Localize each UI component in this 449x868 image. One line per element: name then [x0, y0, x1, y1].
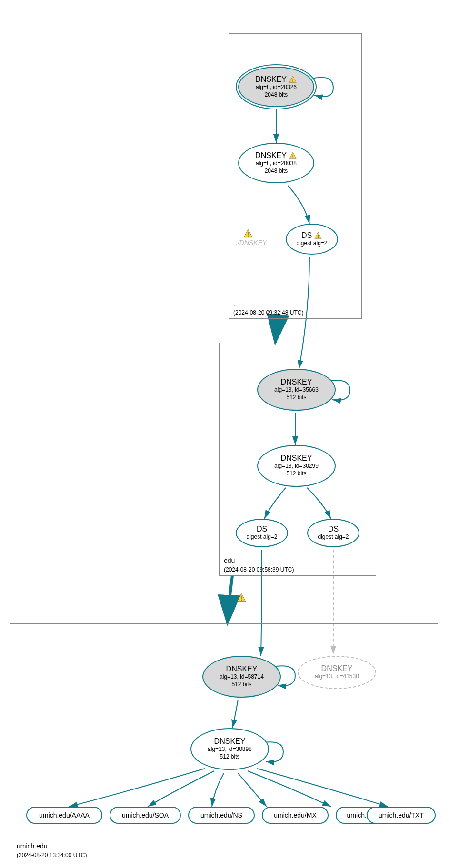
record-soa[interactable]: umich.edu/SOA — [110, 807, 181, 824]
node-edu-ds-1[interactable]: DS digest alg=2 — [236, 519, 288, 547]
node-label: DS — [301, 231, 312, 240]
node-umich-dnskey-30898[interactable]: DNSKEY alg=13, id=30898 512 bits — [190, 728, 269, 770]
node-sub1: digest alg=2 — [296, 240, 327, 247]
node-sub1: alg=13, id=30299 — [274, 463, 319, 470]
node-edu-dnskey-30299[interactable]: DNSKEY alg=13, id=30299 512 bits — [257, 445, 336, 487]
node-label: DS — [328, 525, 339, 533]
node-root-dnskey-20326[interactable]: DNSKEY! alg=8, id=20326 2048 bits — [238, 67, 314, 107]
node-root-ds[interactable]: DS! digest alg=2 — [286, 224, 338, 255]
node-label: DNSKEY — [255, 151, 287, 160]
node-sub2: 512 bits — [286, 394, 306, 402]
node-sub1: alg=8, id=20038 — [256, 160, 297, 168]
node-label: DNSKEY — [281, 454, 312, 463]
node-root-dnskey-20038[interactable]: DNSKEY! alg=8, id=20038 2048 bits — [238, 143, 314, 183]
warning-icon: ! — [314, 231, 322, 240]
node-edu-ds-2[interactable]: DS digest alg=2 — [307, 519, 359, 547]
svg-text:!: ! — [318, 233, 319, 238]
record-mx[interactable]: umich.edu/MX — [262, 807, 329, 824]
node-label: DNSKEY — [214, 737, 246, 746]
zone-umich-label: umich.edu — [17, 842, 48, 850]
node-sub2: 2048 bits — [265, 91, 288, 99]
node-sub2: 512 bits — [286, 470, 306, 478]
node-label: DNSKEY — [226, 665, 258, 673]
node-sub2: 512 bits — [220, 753, 239, 761]
warning-icon-edge: ! — [236, 592, 247, 603]
node-umich-dnskey-58714[interactable]: DNSKEY alg=13, id=58714 512 bits — [202, 656, 281, 698]
zone-root-timestamp: (2024-08-20 09:32:48 UTC) — [233, 309, 303, 316]
record-aaaa[interactable]: umich.edu/AAAA — [26, 807, 102, 824]
svg-text:!: ! — [292, 77, 294, 82]
node-edu-dnskey-35663[interactable]: DNSKEY alg=13, id=35663 512 bits — [257, 369, 336, 411]
zone-root-label: . — [233, 300, 235, 307]
record-txt[interactable]: umich.edu/TXT — [367, 807, 436, 824]
record-ns[interactable]: umich.edu/NS — [188, 807, 255, 824]
node-sub2: 512 bits — [231, 681, 251, 689]
warning-icon: ! — [289, 75, 297, 84]
node-sub1: alg=8, id=20326 — [256, 84, 297, 91]
faded-dnskey-label: ./DNSKEY — [236, 239, 267, 247]
zone-edu-label: edu — [224, 557, 235, 564]
node-sub1: alg=13, id=30898 — [208, 746, 252, 753]
warning-icon: ! — [289, 151, 297, 160]
svg-text:!: ! — [292, 153, 294, 158]
zone-umich-timestamp: (2024-08-20 13:34:00 UTC) — [17, 852, 87, 858]
warning-icon-standalone: ! — [243, 228, 253, 239]
node-umich-dnskey-41530[interactable]: DNSKEY alg=13, id=41530 — [298, 656, 376, 689]
node-label: DS — [257, 525, 267, 533]
node-sub1: digest alg=2 — [246, 533, 277, 541]
node-sub1: digest alg=2 — [318, 533, 349, 541]
node-label: DNSKEY — [255, 75, 287, 84]
svg-text:!: ! — [240, 595, 242, 602]
svg-text:!: ! — [247, 231, 249, 238]
node-sub2: 2048 bits — [265, 168, 288, 175]
node-sub1: alg=13, id=35663 — [274, 386, 319, 394]
node-label: DNSKEY — [321, 664, 353, 673]
node-sub1: alg=13, id=58714 — [220, 673, 264, 681]
zone-edu-timestamp: (2024-08-20 09:58:39 UTC) — [224, 566, 294, 573]
node-label: DNSKEY — [281, 378, 312, 386]
node-sub1: alg=13, id=41530 — [315, 673, 359, 681]
